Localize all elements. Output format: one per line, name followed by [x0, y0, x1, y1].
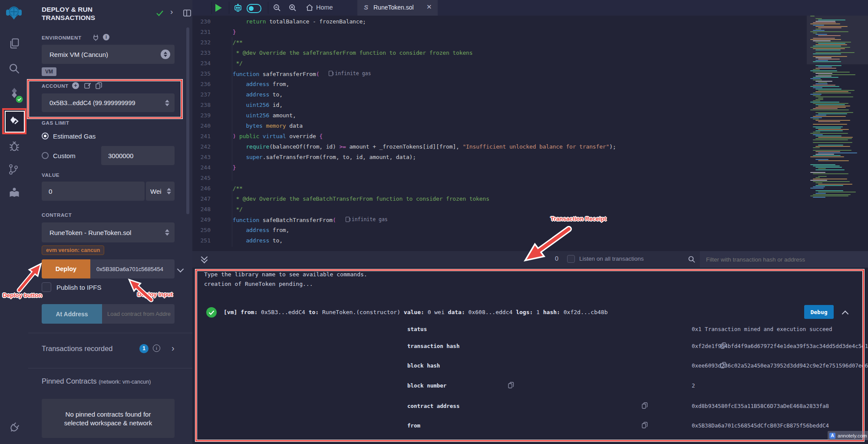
- ai-assistant-icon[interactable]: [233, 3, 243, 13]
- minimap-line: [818, 106, 850, 106]
- expand-terminal-icon[interactable]: [202, 255, 207, 262]
- home-tab[interactable]: Home: [316, 4, 333, 11]
- plugin-manager-icon[interactable]: [8, 421, 20, 434]
- panel-layout-icon[interactable]: [183, 9, 191, 17]
- minimap[interactable]: [810, 16, 865, 202]
- transaction-filter-input[interactable]: [700, 251, 868, 268]
- listen-transactions-label: Listen on all transactions: [579, 255, 644, 262]
- copy-icon[interactable]: [508, 382, 514, 388]
- contract-stepper-icon[interactable]: [165, 229, 169, 236]
- git-icon[interactable]: [8, 163, 19, 176]
- minimap-line: [813, 147, 820, 148]
- value-unit-select[interactable]: Wei: [146, 182, 175, 201]
- code-line[interactable]: 236 address from,: [192, 79, 805, 89]
- listen-transactions-checkbox[interactable]: [567, 255, 575, 263]
- edit-account-icon[interactable]: [84, 82, 91, 89]
- home-icon[interactable]: [306, 4, 314, 12]
- deploy-args-input[interactable]: [90, 259, 175, 278]
- code-line[interactable]: 244 }: [192, 162, 805, 173]
- contract-select[interactable]: RuneToken - RuneToken.sol: [42, 222, 175, 242]
- copy-icon[interactable]: [642, 402, 648, 409]
- transactions-expand-icon[interactable]: ›: [172, 343, 175, 353]
- zoom-in-icon[interactable]: [288, 3, 297, 12]
- environment-select[interactable]: Remix VM (Cancun): [42, 45, 175, 64]
- minimap-line: [818, 35, 841, 36]
- minimap-line: [810, 86, 839, 87]
- copy-icon[interactable]: [720, 342, 726, 349]
- collapse-receipt-icon[interactable]: [843, 310, 848, 318]
- code-line[interactable]: 234 */: [192, 58, 805, 69]
- terminal-log-line: Type the library name to see available c…: [204, 271, 367, 278]
- at-address-button[interactable]: At Address: [42, 304, 102, 324]
- value-unit-stepper-icon[interactable]: [167, 188, 171, 195]
- panel-forward-icon[interactable]: ›: [170, 7, 173, 17]
- code-line[interactable]: 242 require(balanceOf(from, id) >= amoun…: [192, 142, 805, 152]
- environment-label: ENVIRONMENT: [42, 35, 82, 40]
- environment-plug-icon[interactable]: [92, 34, 99, 41]
- minimap-line: [815, 151, 840, 152]
- ai-toggle-switch[interactable]: [247, 4, 261, 13]
- learneth-icon[interactable]: [8, 187, 20, 199]
- code-line[interactable]: 251 address to,: [192, 235, 805, 246]
- code-editor[interactable]: 230 return totalBalance - frozenBalance;…: [192, 16, 868, 251]
- custom-gas-input[interactable]: [101, 146, 175, 165]
- minimap-line: [815, 18, 822, 19]
- account-stepper-icon[interactable]: [165, 99, 169, 106]
- zoom-out-icon[interactable]: [273, 3, 281, 12]
- add-account-icon[interactable]: +: [72, 82, 79, 89]
- account-select[interactable]: 0x5B3...eddC4 (99.999999999: [42, 93, 175, 112]
- copy-icon[interactable]: [642, 422, 648, 428]
- toolbar-divider: [211, 2, 212, 14]
- minimap-line: [818, 66, 832, 67]
- terminal-search-icon[interactable]: [688, 255, 696, 263]
- code-line[interactable]: 235 function safeTransferFrom(infinite g…: [192, 69, 805, 79]
- code-line[interactable]: 240 bytes memory data: [192, 121, 805, 131]
- deploy-and-run-active-tile[interactable]: [5, 111, 25, 133]
- code-line[interactable]: 250 address from,: [192, 225, 805, 235]
- tab-runetoken[interactable]: S RuneToken.sol ✕: [357, 0, 438, 16]
- estimated-gas-radio[interactable]: [42, 133, 49, 139]
- value-unit: Wei: [150, 188, 162, 195]
- code-line[interactable]: 232 /**: [192, 37, 805, 48]
- debugger-icon[interactable]: [8, 140, 20, 152]
- copy-account-icon[interactable]: [96, 82, 102, 89]
- tab-close-icon[interactable]: ✕: [426, 3, 432, 11]
- minimap-line: [813, 69, 820, 70]
- panel-scrollbar[interactable]: [186, 27, 189, 214]
- publish-ipfs-checkbox[interactable]: [42, 282, 51, 292]
- code-line[interactable]: 243 super.safeTransferFrom(from, to, id,…: [192, 152, 805, 162]
- transactions-info-icon[interactable]: i: [153, 345, 160, 352]
- search-icon[interactable]: [8, 63, 20, 75]
- deploy-button[interactable]: Deploy: [42, 259, 90, 278]
- code-line[interactable]: 246 /**: [192, 183, 805, 194]
- minimap-line: [815, 65, 842, 66]
- value-input[interactable]: [42, 182, 145, 201]
- file-explorer-icon[interactable]: [8, 37, 20, 50]
- code-line[interactable]: 248 */: [192, 204, 805, 215]
- run-script-icon[interactable]: [215, 4, 222, 12]
- minimap-line: [813, 155, 841, 156]
- code-line[interactable]: 238 uint256 id,: [192, 100, 805, 110]
- copy-icon[interactable]: [720, 362, 726, 368]
- at-address-input[interactable]: [102, 304, 175, 324]
- minimap-line: [815, 96, 853, 97]
- code-line[interactable]: 233 * @dev Override the safeTransferFrom…: [192, 48, 805, 58]
- custom-gas-radio[interactable]: [42, 152, 49, 159]
- debug-button[interactable]: Debug: [804, 305, 834, 319]
- code-line[interactable]: 230 return totalBalance - frozenBalance;: [192, 17, 805, 27]
- deploy-expand-icon[interactable]: [178, 265, 183, 273]
- tx-summary-line[interactable]: [vm] from: 0x5B3...eddC4 to: RuneToken.(…: [224, 309, 608, 315]
- code-line[interactable]: 249 function safeBatchTransferFrom(infin…: [192, 215, 805, 225]
- code-line[interactable]: 245: [192, 173, 805, 183]
- code-line[interactable]: 237 address to,: [192, 89, 805, 100]
- terminal-toolbar: 0 Listen on all transactions: [192, 251, 868, 268]
- code-line[interactable]: 231 }: [192, 27, 805, 37]
- remix-logo-icon[interactable]: [6, 5, 22, 21]
- environment-stepper-icon[interactable]: [161, 50, 170, 59]
- code-line[interactable]: 239 uint256 amount,: [192, 110, 805, 121]
- terminal[interactable]: Type the library name to see available c…: [192, 268, 868, 444]
- code-line[interactable]: 241 ) public virtual override {: [192, 131, 805, 142]
- receipt-row-label: status: [407, 326, 427, 332]
- code-line[interactable]: 247 * @dev Override the safeBatchTransfe…: [192, 194, 805, 204]
- environment-info-icon[interactable]: i: [103, 34, 109, 40]
